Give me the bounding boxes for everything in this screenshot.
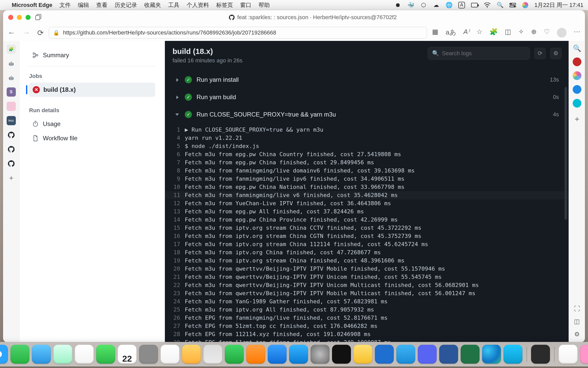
log-line[interactable]: 14Fetch m3u from epg.pw China Province f… [165, 216, 569, 224]
refresh-button[interactable]: ⟳ [37, 28, 44, 37]
tab-overview-icon[interactable] [35, 14, 42, 21]
usage-link[interactable]: Usage [29, 117, 155, 131]
menu-file[interactable]: 文件 [59, 1, 71, 9]
dock-numbers[interactable] [225, 345, 244, 364]
summary-link[interactable]: Summary [29, 48, 155, 62]
dock-excel[interactable] [461, 345, 480, 364]
dock-discord[interactable] [418, 345, 437, 364]
log-search[interactable]: 🔍 [428, 47, 530, 60]
log-line[interactable]: 1▶ Run CLOSE_SOURCE_PROXY=true && yarn m… [165, 126, 569, 134]
menu-help[interactable]: 帮助 [259, 1, 270, 9]
dock-word[interactable] [439, 345, 458, 364]
log-line[interactable]: 12Fetch m3u from YueChan-Live IPTV finis… [165, 199, 569, 208]
vt-item-bot2[interactable]: 🤖 [7, 73, 16, 82]
cloud-icon[interactable]: ☁︎ [433, 2, 439, 8]
menubar-clock[interactable]: 1月22日 周一 17:41 [534, 1, 583, 9]
dock-recent-2[interactable] [559, 345, 578, 364]
log-line[interactable]: 13Fetch m3u from epg.pw All finished, co… [165, 208, 569, 216]
battery-icon[interactable] [471, 2, 478, 8]
log-line[interactable]: 18Fetch m3u from iptv.org China finished… [165, 248, 569, 257]
dock-facetime[interactable] [96, 345, 115, 364]
job-build-18x[interactable]: ✕ build (18.x) [29, 83, 155, 97]
log-line[interactable]: 19Fetch m3u from iptv.org stream China f… [165, 257, 569, 265]
log-line[interactable]: 24Fetch m3u from YanG-1989 Gather finish… [165, 297, 569, 306]
dock-notes[interactable] [182, 345, 201, 364]
log-line[interactable]: 4yarn run v1.22.21 [165, 134, 569, 142]
dock-maps[interactable] [53, 345, 72, 364]
close-window-button[interactable] [8, 15, 13, 20]
refresh-logs-button[interactable]: ⟳ [534, 48, 546, 59]
forward-button[interactable]: → [22, 28, 30, 37]
dock-settings[interactable] [311, 345, 329, 364]
profile-avatar[interactable] [557, 28, 567, 38]
log-line[interactable]: 10Fetch m3u from epg.pw China National f… [165, 183, 569, 191]
globe-icon[interactable]: 🌐 [446, 2, 452, 8]
dock-mail[interactable] [32, 345, 51, 364]
log-line[interactable]: 21Fetch m3u from qwerttvv/Beijing-IPTV I… [165, 273, 569, 281]
log-line[interactable]: 25Fetch m3u from iptv.org All finished, … [165, 306, 569, 314]
collections-icon[interactable]: ✧ [518, 28, 524, 38]
dock-photos[interactable] [75, 345, 94, 364]
dock-recent-3[interactable] [580, 345, 588, 364]
docker-icon[interactable]: 🐳 [407, 2, 414, 8]
dock-reminders[interactable] [161, 345, 179, 364]
log-line[interactable]: 20Fetch m3u from qwerttvv/Beijing-IPTV I… [165, 265, 569, 273]
vt-item-1[interactable]: 🧩 [7, 44, 16, 54]
vr-panel-icon[interactable]: ◫ [574, 318, 580, 325]
performance-icon[interactable]: ♡ [544, 28, 550, 38]
workflow-file-link[interactable]: Workflow file [29, 131, 155, 145]
split-screen-icon[interactable]: ◫ [505, 28, 511, 38]
log-line[interactable]: 11Fetch m3u from fanmingming/live v6 fin… [165, 191, 569, 199]
menu-history[interactable]: 历史记录 [115, 1, 137, 9]
extensions-icon[interactable]: 🧩 [489, 28, 498, 38]
log-scrollbar[interactable] [565, 87, 567, 220]
dock-calendar[interactable]: 22 [118, 345, 137, 364]
menu-edit[interactable]: 编辑 [78, 1, 89, 9]
dock-appstore[interactable] [289, 345, 308, 364]
dock-messages[interactable] [10, 345, 29, 364]
vr-search-icon[interactable]: 🔍 [573, 44, 581, 52]
log-line[interactable]: 9Fetch m3u from fanmingming/live ipv6 fi… [165, 175, 569, 183]
dock-safari[interactable] [0, 345, 8, 364]
menu-profile[interactable]: 个人资料 [187, 1, 209, 9]
more-icon[interactable]: ⋯ [574, 28, 580, 38]
vt-item-gh2[interactable] [7, 145, 16, 154]
log-settings-button[interactable]: ⚙ [550, 48, 561, 59]
dock-freeform[interactable] [203, 345, 222, 364]
spotlight-icon[interactable]: 🔍 [497, 2, 503, 8]
vt-item-gh1[interactable] [7, 130, 16, 140]
add-page-icon[interactable]: ⊕ [531, 28, 537, 38]
menu-tools[interactable]: 工具 [168, 1, 179, 9]
shield-icon[interactable]: ⬡ [420, 2, 427, 8]
vt-item-bot1[interactable]: 🤖 [7, 59, 16, 68]
minimize-window-button[interactable] [17, 15, 22, 20]
vt-add[interactable]: ＋ [7, 173, 16, 182]
vt-item-gh3[interactable] [7, 159, 16, 168]
apps-icon[interactable]: ▦ [432, 28, 438, 38]
dock-recent-1[interactable] [531, 345, 550, 364]
vr-add-icon[interactable]: ＋ [573, 114, 581, 124]
step-yarn-build[interactable]: ✓ Run yarn build 0s [168, 89, 566, 105]
dock-edge[interactable] [482, 345, 501, 364]
dock-terminal[interactable] [332, 345, 351, 364]
vt-item-pink[interactable] [7, 102, 16, 111]
favorite-icon[interactable]: ☆ [476, 28, 482, 38]
record-icon[interactable]: ⏺ [395, 2, 401, 8]
vt-item-less[interactable]: less [7, 116, 16, 125]
step-yarn-install[interactable]: ✓ Run yarn install 13s [168, 72, 566, 88]
log-line[interactable]: 16Fetch m3u from iptv.org stream China C… [165, 232, 569, 240]
vt-item-s[interactable]: S [7, 87, 16, 97]
vr-screenshot-icon[interactable]: ⛶ [574, 305, 580, 312]
dock-vscode[interactable] [375, 345, 394, 364]
log-line[interactable]: 17Fetch m3u from iptv.org stream China 1… [165, 240, 569, 248]
log-line[interactable]: 7Fetch m3u from epg.pw China finished, c… [165, 158, 569, 167]
vr-copilot-icon[interactable] [573, 71, 581, 80]
vr-shopping-icon[interactable] [573, 57, 581, 66]
dock-pages[interactable] [246, 345, 265, 364]
dock-app-yellow[interactable] [353, 345, 372, 364]
dock-keynote[interactable] [268, 345, 287, 364]
vr-settings-icon[interactable]: ⚙ [574, 331, 580, 338]
zoom-window-button[interactable] [26, 15, 31, 20]
log-line[interactable]: 23Fetch m3u from qwerttvv/Beijing-IPTV I… [165, 289, 569, 297]
wifi-icon[interactable] [484, 2, 491, 8]
